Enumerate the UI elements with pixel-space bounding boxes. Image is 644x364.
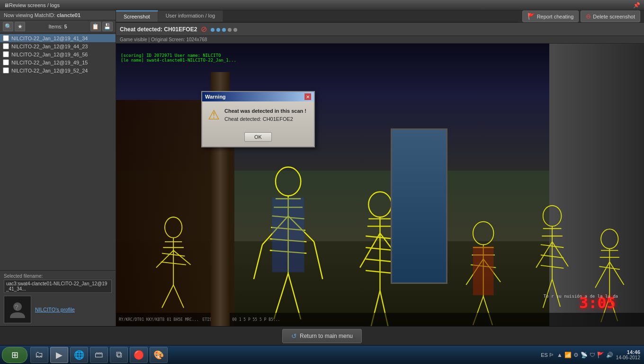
game-screenshot: [scoring] ID 2072971 User name: NILCITO … bbox=[116, 44, 644, 326]
player-figures bbox=[116, 44, 644, 326]
file-checkbox-3[interactable] bbox=[3, 59, 9, 65]
svg-point-61 bbox=[601, 229, 618, 248]
dots-row bbox=[211, 28, 237, 32]
file-checkbox-1[interactable] bbox=[3, 43, 9, 49]
network-icon: 📶 bbox=[564, 352, 572, 358]
tab-screenshot[interactable]: Screenshot bbox=[116, 10, 158, 22]
clock[interactable]: 14:46 14-06-2012 bbox=[616, 349, 640, 360]
file-name-3: NILCITO-22_Jan_12@19_49_15 bbox=[11, 60, 88, 65]
timer-label: Te r su nuisión a de la lu da bbox=[544, 294, 618, 299]
list-item[interactable]: NILCITO-22_Jan_12@19_44_23 bbox=[0, 42, 116, 50]
delete-screenshot-button[interactable]: ⊖ Delete screenshot bbox=[581, 10, 640, 22]
svg-line-55 bbox=[552, 279, 560, 307]
svg-line-64 bbox=[609, 262, 624, 285]
svg-point-40 bbox=[473, 222, 494, 245]
svg-rect-27 bbox=[272, 198, 304, 273]
warning-icon: ⚠ bbox=[208, 107, 220, 123]
sidebar-header: Now viewing MatchID: clancte01 bbox=[0, 10, 116, 20]
return-to-menu-button[interactable]: ↺ Return to main menu bbox=[282, 329, 362, 343]
file-checkbox-0[interactable] bbox=[3, 35, 9, 41]
sidebar-toolbar: 🔍 ★ bbox=[3, 22, 25, 31]
file-checkbox-4[interactable] bbox=[3, 67, 9, 73]
file-name-1: NILCITO-22_Jan_12@19_44_23 bbox=[11, 44, 88, 49]
list-item[interactable]: NILCITO-22_Jan_12@19_52_24 bbox=[0, 66, 116, 74]
selected-section: Selected filename: uac3:swat4-clancte01-… bbox=[0, 270, 116, 326]
warning-close-button[interactable]: ✕ bbox=[304, 93, 311, 100]
file-list: NILCITO-22_Jan_12@19_41_34 NILCITO-22_Ja… bbox=[0, 33, 116, 270]
tab-user-info[interactable]: User information / log bbox=[158, 10, 224, 22]
warning-text: Cheat was detected in this scan ! Cheat … bbox=[224, 107, 306, 123]
file-checkbox-2[interactable] bbox=[3, 51, 9, 57]
wifi-icon: 📡 bbox=[581, 352, 588, 358]
dot-3 bbox=[222, 28, 226, 32]
report-cheating-button[interactable]: 🚩 Report cheating bbox=[522, 10, 579, 22]
svg-point-50 bbox=[543, 206, 562, 227]
content-area: Screenshot User information / log 🚩 Repo… bbox=[116, 10, 644, 326]
taskbar-chrome[interactable]: 🌐 bbox=[70, 347, 88, 363]
dot-4 bbox=[228, 28, 232, 32]
title-bar: 🖥 Review screens / logs 📌 bbox=[0, 0, 644, 10]
svg-line-16 bbox=[254, 245, 262, 279]
list-item[interactable]: NILCITO-22_Jan_12@19_41_34 bbox=[0, 34, 116, 42]
taskbar: ⊞ 🗂 ▶ 🌐 🗃 ⧉ 🔴 🎨 ES 🏳 ▲ 📶 ⚙ 📡 🛡 🚩 🔊 14:46… bbox=[0, 345, 644, 364]
return-bar: ↺ Return to main menu bbox=[0, 326, 644, 345]
screenshot-area: [scoring] ID 2072971 User name: NILCITO … bbox=[116, 44, 644, 326]
volume-icon[interactable]: 🔊 bbox=[606, 352, 613, 358]
selected-label: Selected filename: bbox=[4, 273, 112, 279]
main-container: Now viewing MatchID: clancte01 🔍 ★ Items… bbox=[0, 10, 644, 326]
taskbar-file-manager[interactable]: 🗂 bbox=[30, 347, 48, 363]
sidebar-star-btn[interactable]: ★ bbox=[15, 22, 25, 31]
warning-content: ⚠ Cheat was detected in this scan ! Chea… bbox=[202, 101, 314, 128]
warning-title: Warning ✕ bbox=[202, 92, 314, 101]
warning-title-text: Warning bbox=[205, 94, 226, 100]
cheat-label: Cheat detected: CH01EFOE2 bbox=[120, 26, 197, 33]
arrow-up-icon[interactable]: ▲ bbox=[557, 352, 563, 358]
warning-message-line1: Cheat was detected in this scan ! bbox=[224, 107, 306, 115]
error-icon: ⊘ bbox=[201, 25, 207, 34]
svg-line-6 bbox=[173, 250, 190, 264]
sidebar-search-btn[interactable]: 🔍 bbox=[3, 22, 13, 31]
svg-line-18 bbox=[314, 242, 322, 279]
svg-point-3 bbox=[165, 217, 182, 238]
dot-2 bbox=[216, 28, 220, 32]
door bbox=[391, 128, 447, 284]
pin-icon: 📌 bbox=[633, 2, 640, 9]
svg-text:?: ? bbox=[15, 303, 18, 311]
taskbar-media-player[interactable]: ▶ bbox=[50, 347, 68, 363]
dot-1 bbox=[211, 28, 215, 32]
avatar: ? bbox=[4, 296, 31, 323]
list-item[interactable]: NILCITO-22_Jan_12@19_49_15 bbox=[0, 58, 116, 66]
taskbar-app5[interactable]: ⧉ bbox=[110, 347, 128, 363]
ok-button[interactable]: OK bbox=[244, 132, 272, 142]
svg-line-8 bbox=[173, 285, 184, 308]
taskbar-app7[interactable]: 🎨 bbox=[150, 347, 168, 363]
return-icon: ↺ bbox=[291, 332, 297, 340]
items-count: 5 bbox=[64, 24, 67, 29]
now-viewing-label: Now viewing MatchID: clancte01 bbox=[4, 12, 80, 18]
bottom-hud: RY/KRC/DT01 KKY/KBT8 01 BH5E MRC... ETIS… bbox=[116, 313, 644, 326]
tabs: Screenshot User information / log bbox=[116, 10, 519, 22]
taskbar-explorer[interactable]: 🗃 bbox=[90, 347, 108, 363]
sidebar-copy-btn[interactable]: 📋 bbox=[90, 22, 101, 31]
warning-message-line2: Cheat detected: CH01EFOE2 bbox=[224, 115, 306, 123]
system-icons: ▲ 📶 ⚙ 📡 🛡 🚩 🔊 bbox=[557, 352, 613, 358]
taskbar-right: ES 🏳 ▲ 📶 ⚙ 📡 🛡 🚩 🔊 14:46 14-06-2012 bbox=[541, 349, 642, 360]
selected-filename: uac3:swat4-clancte01-NILCITO-22_Jan_12@1… bbox=[4, 280, 112, 293]
flag2-icon: 🚩 bbox=[597, 352, 604, 358]
svg-line-53 bbox=[552, 242, 568, 266]
svg-point-28 bbox=[368, 192, 391, 217]
sidebar-save-btn[interactable]: 💾 bbox=[102, 22, 113, 31]
start-button[interactable]: ⊞ bbox=[2, 347, 27, 363]
sidebar: Now viewing MatchID: clancte01 🔍 ★ Items… bbox=[0, 10, 116, 326]
cheat-info: Cheat detected: CH01EFOE2 ⊘ bbox=[120, 25, 237, 34]
profile-link[interactable]: NILCITO's profile bbox=[35, 307, 75, 312]
clock-date: 14-06-2012 bbox=[616, 355, 640, 360]
flag-icon: 🏳 bbox=[549, 352, 554, 358]
gpu-icon: ⚙ bbox=[573, 352, 579, 358]
taskbar-app6[interactable]: 🔴 bbox=[130, 347, 148, 363]
list-item[interactable]: NILCITO-22_Jan_12@19_46_56 bbox=[0, 50, 116, 58]
file-name-2: NILCITO-22_Jan_12@19_46_56 bbox=[11, 52, 88, 57]
match-id: clancte01 bbox=[57, 12, 80, 18]
shield-icon: 🛡 bbox=[590, 352, 595, 358]
svg-line-5 bbox=[156, 250, 173, 267]
